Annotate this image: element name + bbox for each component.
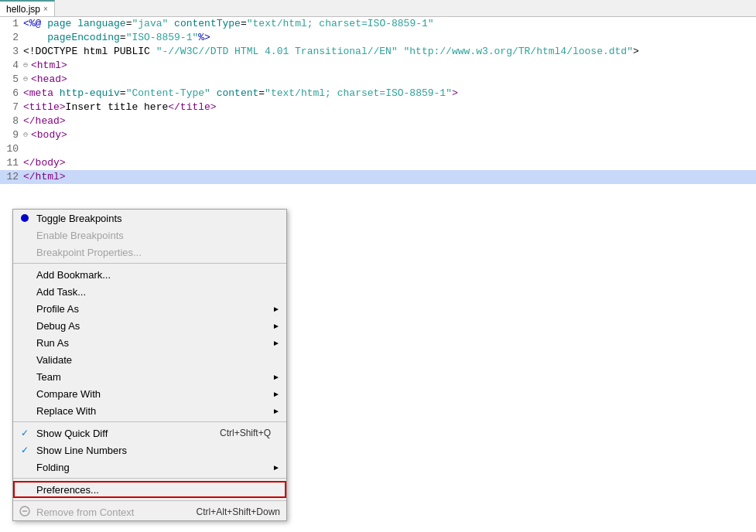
menu-label-profile-as: Profile As [36,303,79,315]
line-content-3: <!DOCTYPE html PUBLIC "-//W3C//DTD HTML … [23,45,756,59]
remove-context-icon [19,506,30,519]
line-number-7: 7 [0,101,23,114]
line-number-11: 11 [0,156,23,170]
line-content-5: <head> [31,73,756,87]
menu-label-run-as: Run As [36,337,69,349]
menu-label-show-line-numbers: Show Line Numbers [36,445,127,456]
shortcut-remove-from-context: Ctrl+Alt+Shift+Down [197,506,280,517]
menu-item-show-line-numbers[interactable]: ✓ Show Line Numbers [13,442,286,459]
submenu-arrow-debug-as: ► [272,322,280,330]
line-content-12: </html> [23,170,756,184]
breakpoint-dot-icon [21,214,29,222]
menu-label-preferences: Preferences... [36,484,99,496]
menu-label-add-bookmark: Add Bookmark... [36,269,111,281]
line-number-6: 6 [0,87,23,101]
menu-label-show-quick-diff: Show Quick Diff [36,428,108,439]
submenu-arrow-team: ► [272,373,280,381]
menu-label-remove-from-context: Remove from Context [36,506,134,518]
menu-label-compare-with: Compare With [36,388,101,400]
checkmark-show-quick-diff: ✓ [21,428,29,438]
menu-label-add-task: Add Task... [36,286,86,298]
tab-label: hello.jsp [6,4,40,15]
submenu-arrow-run-as: ► [272,339,280,347]
code-line-3: 3 <!DOCTYPE html PUBLIC "-//W3C//DTD HTM… [0,45,756,59]
menu-label-team: Team [36,371,61,383]
fold-icon-5[interactable]: ⊖ [23,73,31,87]
menu-item-remove-from-context[interactable]: Remove from Context Ctrl+Alt+Shift+Down [13,503,286,520]
hello-jsp-tab[interactable]: hello.jsp × [0,0,55,16]
line-number-8: 8 [0,114,23,128]
submenu-arrow-profile-as: ► [272,305,280,313]
code-editor[interactable]: 1 <%@ page language="java" contentType="… [0,17,756,184]
menu-label-validate: Validate [36,354,72,366]
separator-2 [13,421,286,422]
line-content-6: <meta http-equiv="Content-Type" content=… [23,87,756,101]
menu-item-profile-as[interactable]: Profile As ► [13,300,286,317]
line-content-8: </head> [23,114,756,128]
code-line-5: 5 ⊖ <head> [0,73,756,87]
checkmark-show-line-numbers: ✓ [21,445,29,455]
line-number-10: 10 [0,142,23,156]
code-line-12: 12 </html> [0,170,756,184]
tab-close-button[interactable]: × [43,5,48,13]
submenu-arrow-compare-with: ► [272,390,280,398]
code-line-10: 10 [0,142,756,156]
code-line-8: 8 </head> [0,114,756,128]
line-number-4: 4 [0,59,23,73]
menu-item-debug-as[interactable]: Debug As ► [13,317,286,334]
menu-item-folding[interactable]: Folding ► [13,459,286,476]
line-number-12: 12 [0,170,23,184]
menu-item-compare-with[interactable]: Compare With ► [13,385,286,402]
menu-label-replace-with: Replace With [36,405,96,417]
line-content-4: <html> [31,59,756,73]
menu-label-debug-as: Debug As [36,320,80,332]
separator-3 [13,478,286,479]
code-line-11: 11 </body> [0,156,756,170]
submenu-arrow-folding: ► [272,463,280,472]
code-line-2: 2 pageEncoding="ISO-8859-1"%> [0,31,756,45]
menu-item-toggle-breakpoints[interactable]: Toggle Breakpoints [13,210,286,227]
fold-icon-4[interactable]: ⊖ [23,59,31,73]
submenu-arrow-replace-with: ► [272,407,280,415]
line-number-1: 1 [0,17,23,31]
line-content-11: </body> [23,156,756,170]
menu-label-toggle-breakpoints: Toggle Breakpoints [36,213,122,224]
code-line-6: 6 <meta http-equiv="Content-Type" conten… [0,87,756,101]
line-content-1: <%@ page language="java" contentType="te… [23,17,756,31]
line-number-3: 3 [0,45,23,59]
menu-item-run-as[interactable]: Run As ► [13,334,286,351]
menu-item-add-task[interactable]: Add Task... [13,283,286,300]
code-line-4: 4 ⊖ <html> [0,59,756,73]
code-line-1: 1 <%@ page language="java" contentType="… [0,17,756,31]
menu-item-show-quick-diff[interactable]: ✓ Show Quick Diff Ctrl+Shift+Q [13,425,286,442]
menu-label-folding: Folding [36,462,70,473]
line-content-2: pageEncoding="ISO-8859-1"%> [23,31,756,45]
line-content-10 [23,142,756,156]
context-menu: Toggle Breakpoints Enable Breakpoints Br… [12,209,287,521]
menu-item-validate[interactable]: Validate [13,351,286,368]
shortcut-show-quick-diff: Ctrl+Shift+Q [220,428,271,438]
menu-item-team[interactable]: Team ► [13,368,286,385]
code-line-9: 9 ⊖ <body> [0,128,756,142]
line-content-9: <body> [31,128,756,142]
separator-1 [13,263,286,264]
line-number-2: 2 [0,31,23,45]
tab-bar: hello.jsp × [0,0,756,17]
menu-item-preferences[interactable]: Preferences... [13,481,286,498]
menu-item-enable-breakpoints[interactable]: Enable Breakpoints [13,227,286,244]
line-content-7: <title>Insert title here</title> [23,101,756,114]
menu-item-add-bookmark[interactable]: Add Bookmark... [13,266,286,283]
menu-item-breakpoint-properties[interactable]: Breakpoint Properties... [13,244,286,261]
line-number-9: 9 [0,128,23,142]
code-line-7: 7 <title>Insert title here</title> [0,101,756,114]
fold-icon-9[interactable]: ⊖ [23,128,31,142]
menu-item-replace-with[interactable]: Replace With ► [13,402,286,419]
menu-label-breakpoint-properties: Breakpoint Properties... [36,247,142,258]
separator-4 [13,500,286,501]
menu-label-enable-breakpoints: Enable Breakpoints [36,230,124,241]
line-number-5: 5 [0,73,23,87]
